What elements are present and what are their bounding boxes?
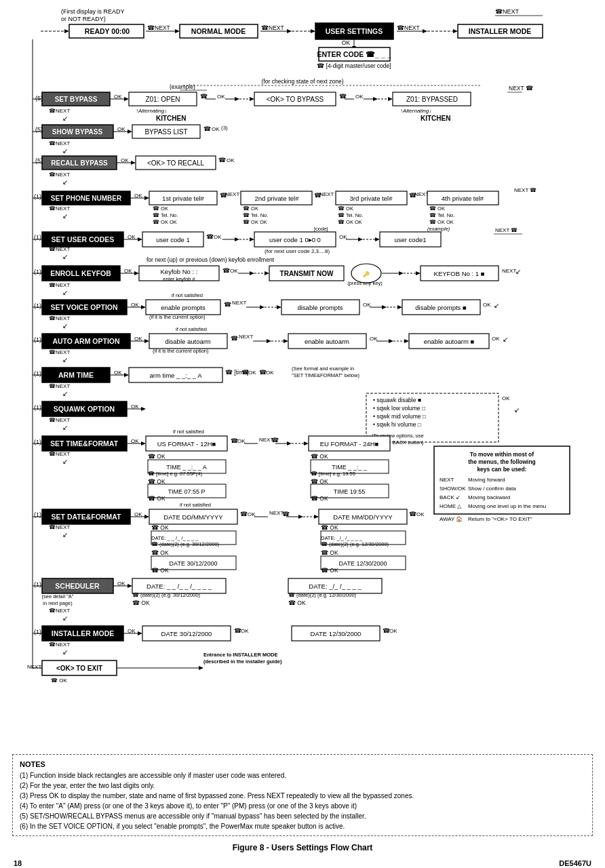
next-uc-result: NEXT ☎ [495, 227, 518, 233]
cursor-15: ↙ [62, 614, 68, 622]
ok-sub-date-mm: ☎ OK [321, 524, 338, 531]
svg-marker-122 [141, 441, 146, 446]
ok-at2: OK [266, 370, 274, 376]
next-key-desc: Moving forward [468, 477, 505, 483]
time-example-eu: ☎ [time] e.g. 19:55 [311, 471, 355, 477]
tel3-text: 3rd private tel# [350, 195, 393, 202]
svg-marker-10 [311, 29, 315, 33]
date-12-30: DATE 12/30/2000 [339, 560, 387, 567]
tel1-text: 1st private tel# [162, 195, 204, 202]
bypass-list-text: BYPASS LIST [144, 128, 187, 136]
next-user-codes: ☎NEXT [49, 246, 70, 252]
time-19-55: TIME 19:55 [334, 488, 366, 495]
next-inst: ☎NEXT [49, 642, 70, 648]
cursor-8: ↙ [62, 322, 68, 330]
ready-box-text: READY 00:00 [85, 27, 130, 35]
next-tel3: NEXT [414, 191, 429, 197]
svg-marker-108 [389, 339, 393, 343]
date-note-mm: ☎ (date)(2) (e.g. 12/30/2000) [321, 541, 389, 547]
ok-sqwk: OK [502, 395, 510, 401]
svg-marker-71 [134, 271, 139, 275]
ok-inst3: OK [389, 628, 397, 634]
ok-date3: OK [416, 511, 425, 517]
enroll-keyfob-text: ENROLL KEYFOB [50, 269, 111, 277]
next-tel-tr: NEXT ☎ [514, 187, 536, 193]
home-key-label: HOME △ [440, 503, 462, 509]
cursor-7: ↙ [494, 302, 499, 309]
svg-marker-110 [404, 339, 409, 343]
date-label: DATE: _ _ /_ /_ _ _ _ [151, 535, 199, 541]
ok-tel1-sub: ☎ OK [153, 205, 168, 212]
cursor-3: ↙ [62, 178, 68, 186]
telno-4: ☎ Tel. No. [429, 212, 454, 218]
auto-arm-text: AUTO ARM OPTION [52, 337, 119, 345]
phone-voice: ☎ [224, 301, 231, 308]
cursor-9: ↙ [503, 336, 508, 343]
next-2: ☎NEXT [261, 24, 284, 31]
cursor-1: ↙ [62, 115, 68, 122]
next-bottom: NEXT [27, 664, 41, 670]
us-ok-sub: ☎ OK [148, 453, 165, 460]
for-next-keyfob: for next (up) or previous (down) keyfob … [147, 256, 275, 263]
svg-marker-30 [250, 97, 254, 101]
note1-time: (1) [34, 439, 41, 446]
notes-title: NOTES [20, 759, 585, 770]
svg-marker-82 [416, 271, 421, 275]
next-enroll: ☎NEXT [49, 282, 70, 288]
svg-marker-94 [382, 305, 387, 309]
code-label: [code] [314, 226, 328, 232]
svg-marker-86 [141, 305, 146, 309]
show-key-desc: Show / confirm data [468, 486, 516, 492]
phone-uc: ☎ [206, 233, 214, 240]
svg-marker-118 [141, 407, 146, 411]
ok-sub-eu2: ☎ OK [311, 495, 328, 502]
enter-code-text: ENTER CODE ☎_ _ _ [317, 50, 391, 58]
svg-marker-36 [388, 97, 393, 101]
disable-autoarm-text: disable autoarm [165, 338, 211, 345]
date-mm-dd-text: DATE MM/DD/YYYY [333, 513, 393, 521]
page-number: 18 [14, 859, 22, 867]
keyfob-no-text: Keyfob No : : [161, 268, 198, 275]
sqwk-low: • sqwk low volume □ [373, 405, 425, 412]
ok-tel2-sub: ☎ OK [243, 205, 258, 212]
tel4-text: 4th private tel# [442, 195, 484, 202]
set-time-format-text: SET TIME&FORMAT [50, 439, 119, 448]
set-bypass-text: SET BYPASS [55, 96, 98, 103]
next-autoarm: NEXT [239, 334, 253, 340]
svg-marker-76 [265, 271, 269, 275]
enter-keyfob: enter keyfob # [163, 276, 195, 282]
note1-squawk: (1) [34, 404, 41, 411]
tel2-text: 2nd private tel# [255, 195, 300, 202]
see-format-note2: "SET TIME&FORMAT" below) [292, 372, 359, 378]
date-note-sched: ☎ (date)(2) (e.g. 30/12/2000) [132, 592, 201, 598]
ok-recall2: OK [227, 157, 235, 163]
svg-marker-80 [399, 271, 404, 275]
note-1: (1) Function inside black rectangles are… [20, 770, 585, 781]
phone-recall: ☎ [218, 157, 226, 163]
svg-marker-91 [277, 305, 281, 309]
next-bypass-right: NEXT ☎ [509, 85, 533, 92]
home-key-desc: Moving one level up in the menu [468, 503, 546, 509]
note1-armtime: (1) [34, 370, 41, 377]
set-voice-text: SET VOICE OPTION [50, 303, 117, 311]
svg-marker-15 [453, 29, 458, 33]
away-key-desc: Return to "<OK> TO EXIT" [468, 516, 532, 522]
note1-sched: (1) [34, 581, 41, 588]
ok-ear: OK [492, 336, 500, 342]
kitchen-2: KITCHEN [421, 115, 450, 122]
ok-z01: OK [217, 94, 225, 100]
sqwk-disable: • squawk disable ■ [373, 397, 421, 403]
ok-kf: OK [230, 268, 238, 274]
svg-marker-2 [64, 29, 69, 33]
if-not-satisfied: if not satisfied [172, 292, 203, 298]
svg-marker-59 [235, 237, 239, 241]
set-phone-text: SET PHONE NUMBER [51, 195, 122, 202]
ok-to-recall-text: <OK> TO RECALL [147, 159, 205, 167]
next-recall: ☎NEXT [49, 172, 70, 178]
next-armtime: ☎NEXT [49, 383, 70, 389]
note-2: (2) For the year, enter the two last dig… [20, 781, 585, 791]
svg-marker-74 [250, 271, 254, 275]
svg-marker-141 [298, 515, 303, 519]
svg-marker-34 [373, 97, 378, 101]
if-not-satisfied-2: if not satisfied [176, 326, 207, 332]
